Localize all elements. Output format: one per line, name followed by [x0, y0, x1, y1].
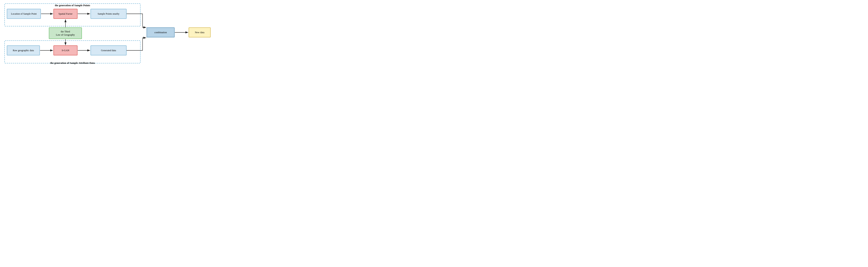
raw-geographic-node: Raw geographic data [7, 45, 40, 56]
generated-data-node: Generated data [91, 45, 127, 56]
diagram-container: the generation of Sample Points the gene… [2, 1, 215, 65]
spatial-factor-node: Spatial Factor [54, 9, 78, 19]
top-section-label: the generation of Sample Points [4, 4, 141, 7]
location-sample-point-node: Location of Sample Point [7, 9, 41, 19]
sample-points-nearby-node: Sample Points nearby [91, 9, 127, 19]
new-data-node: New data [189, 27, 211, 37]
bottom-section-label: the generation of Sample Attribute Data [4, 61, 141, 65]
sgan-node: S-GAN [54, 45, 78, 56]
combination-node: combination [147, 27, 175, 37]
third-law-node: the Third Law of Geography [49, 27, 82, 39]
